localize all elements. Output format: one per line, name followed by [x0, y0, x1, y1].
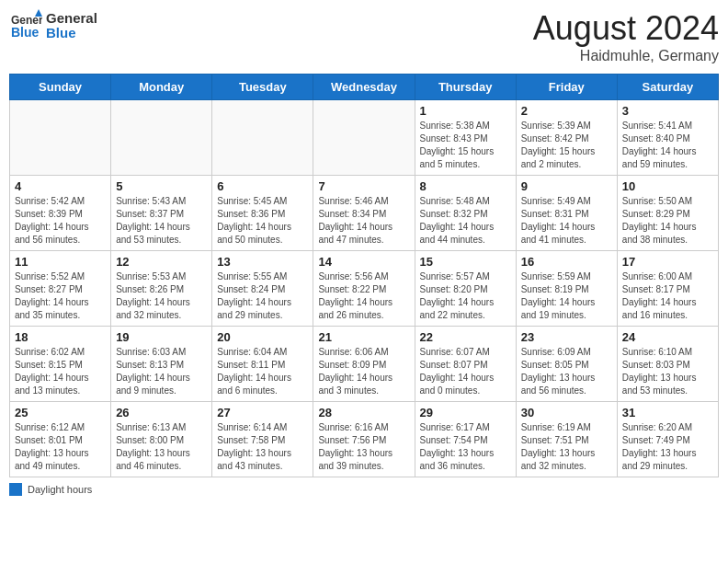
calendar-cell: 3Sunrise: 5:41 AM Sunset: 8:40 PM Daylig… [617, 100, 718, 176]
calendar-week-1: 1Sunrise: 5:38 AM Sunset: 8:43 PM Daylig… [10, 100, 719, 176]
calendar-cell: 7Sunrise: 5:46 AM Sunset: 8:34 PM Daylig… [313, 176, 415, 251]
calendar-cell: 14Sunrise: 5:56 AM Sunset: 8:22 PM Dayli… [313, 251, 415, 327]
day-number: 7 [318, 179, 409, 193]
day-number: 27 [217, 406, 308, 419]
day-info: Sunrise: 6:17 AM Sunset: 7:54 PM Dayligh… [420, 421, 511, 473]
day-number: 21 [318, 330, 409, 344]
calendar-cell [212, 100, 313, 176]
calendar-cell: 13Sunrise: 5:55 AM Sunset: 8:24 PM Dayli… [212, 251, 313, 327]
calendar-cell [10, 100, 111, 176]
day-info: Sunrise: 5:57 AM Sunset: 8:20 PM Dayligh… [420, 270, 511, 322]
day-header-sunday: Sunday [10, 75, 111, 100]
day-info: Sunrise: 6:03 AM Sunset: 8:13 PM Dayligh… [116, 346, 207, 397]
calendar-cell: 23Sunrise: 6:09 AM Sunset: 8:05 PM Dayli… [516, 327, 617, 402]
day-info: Sunrise: 6:20 AM Sunset: 7:49 PM Dayligh… [622, 421, 713, 473]
calendar-week-3: 11Sunrise: 5:52 AM Sunset: 8:27 PM Dayli… [10, 251, 719, 327]
svg-text:Blue: Blue [11, 25, 40, 40]
calendar-cell: 15Sunrise: 5:57 AM Sunset: 8:20 PM Dayli… [415, 251, 516, 327]
day-info: Sunrise: 5:56 AM Sunset: 8:22 PM Dayligh… [318, 270, 409, 322]
day-info: Sunrise: 6:04 AM Sunset: 8:11 PM Dayligh… [217, 346, 308, 397]
day-info: Sunrise: 5:43 AM Sunset: 8:37 PM Dayligh… [116, 195, 207, 247]
day-header-tuesday: Tuesday [212, 75, 313, 100]
day-header-thursday: Thursday [415, 75, 516, 100]
legend: Daylight hours [9, 483, 719, 496]
calendar-cell: 11Sunrise: 5:52 AM Sunset: 8:27 PM Dayli… [10, 251, 111, 327]
day-header-saturday: Saturday [617, 75, 718, 100]
day-info: Sunrise: 5:42 AM Sunset: 8:39 PM Dayligh… [15, 195, 106, 247]
day-info: Sunrise: 6:13 AM Sunset: 8:00 PM Dayligh… [116, 421, 207, 473]
day-info: Sunrise: 6:14 AM Sunset: 7:58 PM Dayligh… [217, 421, 308, 473]
day-number: 20 [217, 330, 308, 344]
day-info: Sunrise: 6:12 AM Sunset: 8:01 PM Dayligh… [15, 421, 106, 473]
day-number: 10 [622, 179, 713, 193]
day-info: Sunrise: 6:07 AM Sunset: 8:07 PM Dayligh… [420, 346, 511, 397]
location: Haidmuhle, Germany [533, 48, 719, 64]
calendar-cell: 10Sunrise: 5:50 AM Sunset: 8:29 PM Dayli… [617, 176, 718, 251]
calendar-week-2: 4Sunrise: 5:42 AM Sunset: 8:39 PM Daylig… [10, 176, 719, 251]
day-number: 6 [217, 179, 308, 193]
day-info: Sunrise: 5:49 AM Sunset: 8:31 PM Dayligh… [521, 195, 612, 247]
calendar-cell: 16Sunrise: 5:59 AM Sunset: 8:19 PM Dayli… [516, 251, 617, 327]
day-number: 26 [116, 406, 207, 419]
day-info: Sunrise: 5:46 AM Sunset: 8:34 PM Dayligh… [318, 195, 409, 247]
day-info: Sunrise: 6:06 AM Sunset: 8:09 PM Dayligh… [318, 346, 409, 397]
calendar-cell: 2Sunrise: 5:39 AM Sunset: 8:42 PM Daylig… [516, 100, 617, 176]
calendar-cell: 1Sunrise: 5:38 AM Sunset: 8:43 PM Daylig… [415, 100, 516, 176]
calendar-table: SundayMondayTuesdayWednesdayThursdayFrid… [9, 74, 719, 477]
calendar-cell: 30Sunrise: 6:19 AM Sunset: 7:51 PM Dayli… [516, 402, 617, 477]
day-info: Sunrise: 5:50 AM Sunset: 8:29 PM Dayligh… [622, 195, 713, 247]
day-header-wednesday: Wednesday [313, 75, 415, 100]
day-info: Sunrise: 5:45 AM Sunset: 8:36 PM Dayligh… [217, 195, 308, 247]
day-number: 22 [420, 330, 511, 344]
day-info: Sunrise: 5:41 AM Sunset: 8:40 PM Dayligh… [622, 120, 713, 171]
calendar-cell [111, 100, 212, 176]
calendar-cell [313, 100, 415, 176]
legend-label: Daylight hours [28, 484, 92, 495]
page-header: General Blue General Blue August 2024 Ha… [9, 9, 719, 64]
day-number: 31 [622, 406, 713, 419]
day-number: 12 [116, 255, 207, 269]
calendar-cell: 8Sunrise: 5:48 AM Sunset: 8:32 PM Daylig… [415, 176, 516, 251]
day-number: 13 [217, 255, 308, 269]
logo-blue: Blue [46, 26, 97, 41]
day-info: Sunrise: 5:39 AM Sunset: 8:42 PM Dayligh… [521, 120, 612, 171]
day-number: 1 [420, 104, 511, 118]
day-number: 14 [318, 255, 409, 269]
day-info: Sunrise: 5:48 AM Sunset: 8:32 PM Dayligh… [420, 195, 511, 247]
logo-icon: General Blue [9, 9, 42, 42]
day-info: Sunrise: 6:02 AM Sunset: 8:15 PM Dayligh… [15, 346, 106, 397]
logo: General Blue General Blue [9, 9, 97, 42]
calendar-cell: 26Sunrise: 6:13 AM Sunset: 8:00 PM Dayli… [111, 402, 212, 477]
day-info: Sunrise: 6:16 AM Sunset: 7:56 PM Dayligh… [318, 421, 409, 473]
calendar-cell: 21Sunrise: 6:06 AM Sunset: 8:09 PM Dayli… [313, 327, 415, 402]
day-number: 4 [15, 179, 106, 193]
calendar-cell: 25Sunrise: 6:12 AM Sunset: 8:01 PM Dayli… [10, 402, 111, 477]
calendar-cell: 6Sunrise: 5:45 AM Sunset: 8:36 PM Daylig… [212, 176, 313, 251]
day-info: Sunrise: 5:52 AM Sunset: 8:27 PM Dayligh… [15, 270, 106, 322]
logo-general: General [46, 11, 97, 27]
day-number: 2 [521, 104, 612, 118]
day-number: 5 [116, 179, 207, 193]
day-info: Sunrise: 6:19 AM Sunset: 7:51 PM Dayligh… [521, 421, 612, 473]
day-number: 3 [622, 104, 713, 118]
calendar-week-5: 25Sunrise: 6:12 AM Sunset: 8:01 PM Dayli… [10, 402, 719, 477]
calendar-cell: 18Sunrise: 6:02 AM Sunset: 8:15 PM Dayli… [10, 327, 111, 402]
day-info: Sunrise: 6:09 AM Sunset: 8:05 PM Dayligh… [521, 346, 612, 397]
day-number: 17 [622, 255, 713, 269]
day-header-monday: Monday [111, 75, 212, 100]
calendar-week-4: 18Sunrise: 6:02 AM Sunset: 8:15 PM Dayli… [10, 327, 719, 402]
calendar-cell: 22Sunrise: 6:07 AM Sunset: 8:07 PM Dayli… [415, 327, 516, 402]
calendar-cell: 27Sunrise: 6:14 AM Sunset: 7:58 PM Dayli… [212, 402, 313, 477]
day-number: 25 [15, 406, 106, 419]
day-info: Sunrise: 5:53 AM Sunset: 8:26 PM Dayligh… [116, 270, 207, 322]
calendar-cell: 12Sunrise: 5:53 AM Sunset: 8:26 PM Dayli… [111, 251, 212, 327]
calendar-cell: 5Sunrise: 5:43 AM Sunset: 8:37 PM Daylig… [111, 176, 212, 251]
title-block: August 2024 Haidmuhle, Germany [533, 9, 719, 64]
day-number: 29 [420, 406, 511, 419]
day-number: 24 [622, 330, 713, 344]
day-info: Sunrise: 5:55 AM Sunset: 8:24 PM Dayligh… [217, 270, 308, 322]
day-header-friday: Friday [516, 75, 617, 100]
calendar-cell: 4Sunrise: 5:42 AM Sunset: 8:39 PM Daylig… [10, 176, 111, 251]
day-number: 16 [521, 255, 612, 269]
day-number: 18 [15, 330, 106, 344]
